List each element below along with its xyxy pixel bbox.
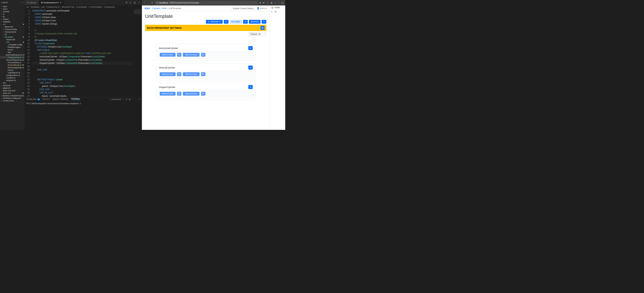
- run-icon[interactable]: ▷: [130, 1, 132, 4]
- service-refresh-button[interactable]: ↻: [262, 20, 266, 24]
- explorer-item[interactable]: DataManagers: [0, 46, 24, 49]
- explorer-item[interactable]: unit: [0, 41, 24, 43]
- collections-icon[interactable]: ⊞: [271, 2, 272, 4]
- expand-button[interactable]: ▾: [248, 66, 253, 70]
- breadcrumb-item[interactable]: {} axosimple: [76, 6, 87, 8]
- breadcrumb-item[interactable]: {} UnitTemplate: [89, 6, 102, 8]
- profile-icon[interactable]: ◯: [281, 2, 284, 4]
- explorer-item[interactable]: ›snippets: [0, 21, 24, 23]
- explorer-item[interactable]: Unit.st: [0, 69, 24, 71]
- site-info-icon[interactable]: ⓘ: [156, 2, 158, 4]
- chevron-up-icon[interactable]: ︿: [135, 98, 137, 101]
- work-refresh-icon[interactable]: ↻: [177, 53, 182, 57]
- new-terminal-icon[interactable]: ＋: [122, 98, 124, 101]
- explorer-item[interactable]: ›Components: [0, 31, 24, 33]
- banner-expand-icon[interactable]: ↻: [260, 26, 264, 30]
- explorer-item[interactable]: ›estresult: [0, 84, 24, 87]
- more-tab-icon[interactable]: ⋯: [138, 1, 140, 4]
- explorer-item[interactable]: GroundSequence.st: [0, 59, 24, 61]
- explorer-item[interactable]: ›apax: [0, 5, 24, 8]
- explorer-item[interactable]: ›monitor.mon: [0, 99, 24, 102]
- breadcrumb-units[interactable]: Units: [162, 7, 167, 10]
- explorer-item[interactable]: ›gitignore: [0, 87, 24, 89]
- explorer-item[interactable]: Components.stU: [0, 56, 24, 59]
- move-to-work-button[interactable]: Move to work: [160, 72, 176, 76]
- tab-debug[interactable]: DEBUG CONSOLE: [52, 98, 68, 100]
- ground-refresh-button[interactable]: ↻: [224, 20, 228, 24]
- ground-button[interactable]: ⏸ GROUND ↻: [206, 20, 223, 24]
- code-editor[interactable]: NAMESPACE axosimple.UnitTemplate USING a…: [32, 9, 133, 97]
- home-refresh-icon[interactable]: ↻: [201, 92, 206, 96]
- explorer-item[interactable]: ›templates: [0, 36, 24, 38]
- breadcrumb-item[interactable]: templates: [31, 6, 40, 8]
- move-to-home-button[interactable]: Move to home: [183, 53, 200, 57]
- explorer-item[interactable]: ›BaseUnit: [0, 26, 24, 28]
- nav-ui[interactable]: ≡UI: [270, 10, 285, 14]
- explorer-item[interactable]: ›bj: [0, 15, 24, 18]
- list-edit-icon[interactable]: ✎: [252, 38, 256, 41]
- explorer-item[interactable]: ServiceMode.stM: [0, 64, 24, 66]
- zoom-icon[interactable]: ⊕: [260, 2, 261, 4]
- explorer-item[interactable]: ›apax-lock.json: [0, 89, 24, 92]
- user-menu[interactable]: 👤 admin ▾: [257, 7, 267, 10]
- extensions-icon[interactable]: ⬚: [278, 2, 280, 4]
- explorer-item[interactable]: configuration.st: [0, 74, 24, 77]
- language-picker[interactable]: English (United States): [231, 7, 255, 10]
- split-icon[interactable]: ◫: [134, 1, 136, 4]
- explorer-item[interactable]: ›in: [0, 13, 24, 15]
- explorer-item[interactable]: starterunit: [0, 38, 24, 41]
- editor-tab[interactable]: ⚙ Settings: [24, 0, 39, 5]
- move-to-home-button[interactable]: Move to home: [183, 92, 200, 96]
- move-to-home-button[interactable]: Move to home: [183, 72, 200, 76]
- explorer-item[interactable]: ProcessData.st: [0, 61, 24, 64]
- terminal[interactable]: PS C:\W\Develop\gh\ix-ax\axopen\src\temp…: [24, 101, 142, 130]
- automat-refresh-button[interactable]: ↻: [243, 20, 248, 24]
- explorer-item[interactable]: AutomatSequence.st: [0, 54, 24, 56]
- favorite-icon[interactable]: ☆: [267, 2, 269, 4]
- explorer-tree[interactable]: ›apax›tours›vscode›in›bj›output›snippets…: [0, 5, 24, 130]
- explorer-item[interactable]: ›CommonData: [0, 28, 24, 31]
- view-select[interactable]: Default: [249, 32, 261, 36]
- explorer-item[interactable]: ›axsharp.companion.json: [0, 94, 24, 97]
- forward-icon[interactable]: →: [148, 2, 150, 4]
- explorer-item[interactable]: program.st: [0, 79, 24, 82]
- work-refresh-icon[interactable]: ↻: [177, 92, 182, 96]
- nav-home[interactable]: 🏠HOME: [270, 6, 285, 10]
- split-terminal-icon[interactable]: ◫: [126, 98, 127, 100]
- minimap[interactable]: [133, 9, 142, 97]
- explorer-item[interactable]: ›output: [0, 18, 24, 21]
- breadcrumb-item[interactable]: Components: [104, 6, 115, 8]
- editor-tab[interactable]: ⚙ Components.st U✕: [39, 0, 64, 5]
- work-refresh-icon[interactable]: ↻: [177, 72, 182, 76]
- breadcrumb-item[interactable]: src: [26, 6, 29, 8]
- service-button[interactable]: SERVICE: [249, 20, 260, 24]
- trash-icon[interactable]: 🗑: [129, 98, 130, 100]
- explorer-item[interactable]: ›src: [0, 23, 24, 26]
- explorer-item[interactable]: Context.st: [0, 77, 24, 79]
- expand-button[interactable]: ▾: [248, 46, 253, 50]
- explorer-item[interactable]: ›est: [0, 82, 24, 84]
- breadcrumb-context[interactable]: Context: [152, 7, 160, 10]
- read-aloud-icon[interactable]: A⁺: [263, 2, 265, 4]
- explorer-item[interactable]: TechnologyData.st: [0, 66, 24, 69]
- explorer-item[interactable]: ›IO: [0, 33, 24, 36]
- favorites-bar-icon[interactable]: ✧: [274, 2, 276, 4]
- tab-problems[interactable]: PROBLEMS5: [26, 98, 40, 100]
- address-bar[interactable]: ⓘ localhost:5262/Context/Units/UnitTempl…: [155, 1, 258, 5]
- home-refresh-icon[interactable]: ↻: [201, 53, 206, 57]
- back-icon[interactable]: ←: [144, 2, 146, 4]
- explorer-item[interactable]: server: [0, 49, 24, 51]
- tab-terminal[interactable]: TERMINAL: [71, 98, 80, 101]
- breadcrumbs[interactable]: src›templates›unit›Components.st›Structu…: [24, 5, 142, 9]
- app-logo[interactable]: AX#: [144, 7, 150, 10]
- more-icon[interactable]: ⋯: [21, 1, 24, 4]
- explorer-item[interactable]: twin: [0, 51, 24, 54]
- move-to-work-button[interactable]: Move to work: [160, 53, 176, 57]
- explorer-item[interactable]: ›tours: [0, 8, 24, 10]
- automat-button[interactable]: AUTOMAT: [230, 20, 242, 24]
- refresh-icon[interactable]: ⟳: [151, 2, 153, 4]
- tab-output[interactable]: OUTPUT: [42, 98, 50, 100]
- move-to-work-button[interactable]: Move to work: [160, 92, 176, 96]
- close-panel-icon[interactable]: ✕: [138, 98, 140, 100]
- explorer-item[interactable]: ›AXSharp.config.json: [0, 97, 24, 99]
